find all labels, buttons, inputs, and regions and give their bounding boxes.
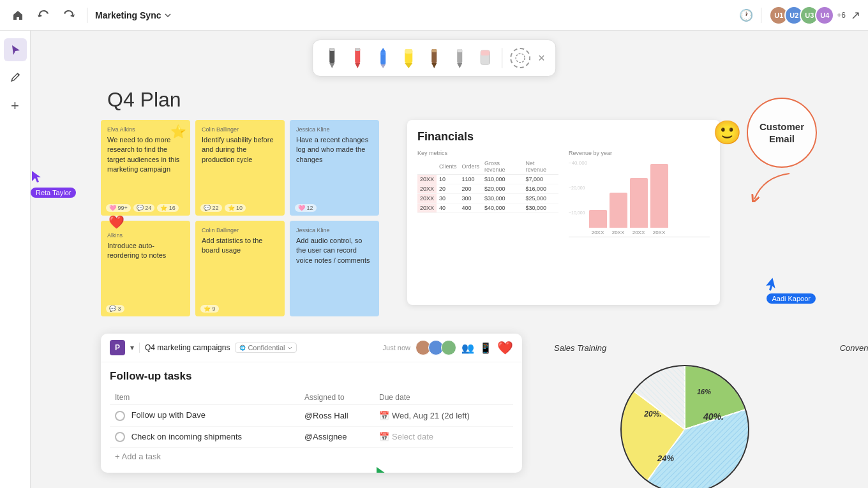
key-metrics-label: Key metrics xyxy=(417,150,558,156)
home-button[interactable] xyxy=(8,5,28,26)
chart-title: Revenue by year xyxy=(569,150,710,156)
svg-rect-21 xyxy=(481,50,490,55)
tasks-mobile-icon[interactable]: 📱 xyxy=(479,342,492,354)
pen-arrow-tool[interactable] xyxy=(374,45,392,71)
pie-label-conventions: Conventions xyxy=(840,343,868,353)
col-orders: Orders xyxy=(460,159,483,175)
svg-point-22 xyxy=(516,54,525,63)
sticky-note-1[interactable]: Elva Alkins We need to do more research … xyxy=(101,120,190,216)
task-checkbox-2[interactable] xyxy=(115,432,125,442)
highlighter-yellow-tool[interactable] xyxy=(400,45,417,71)
emoji-face: 🙂 xyxy=(713,119,742,146)
note-author-6: Jessica Kline xyxy=(296,227,373,233)
sticky-notes-grid: Elva Alkins We need to do more research … xyxy=(101,120,379,316)
pie-pct-sales: 16% xyxy=(697,388,711,396)
svg-rect-19 xyxy=(457,49,462,52)
document-title[interactable]: Q4 Plan Marketing Sync xyxy=(95,10,172,20)
lasso-tool[interactable] xyxy=(510,48,530,68)
marker-gray-tool[interactable] xyxy=(451,45,468,71)
note-author-5: Colin Ballinger xyxy=(202,227,278,233)
financials-chart: Revenue by year ~40,000 ~20,000 ~10,000 … xyxy=(569,150,710,237)
canvas-area[interactable]: Q4 Plan Reta Taylor Elva Alkins We need … xyxy=(31,31,868,488)
pie-pct-conventions: 40%. xyxy=(703,411,724,422)
bar-group-3: 20XX xyxy=(630,178,648,235)
tasks-panel: P ▾ Q4 marketing campaigns 🌐 Confidentia… xyxy=(101,334,522,473)
tasks-body: Follow-up tasks Item Assigned to Due dat… xyxy=(101,362,522,473)
left-sidebar: + xyxy=(0,31,31,488)
add-task-button[interactable]: + Add a task xyxy=(110,448,513,465)
task-checkbox-1[interactable] xyxy=(115,411,125,421)
cursor-aadi-label: Aadi Kapoor xyxy=(767,293,816,304)
history-button[interactable]: 🕐 xyxy=(739,8,753,22)
cursor-aadi-kapoor: Aadi Kapoor xyxy=(767,278,816,304)
task-date-2: 📅 Select date xyxy=(374,426,513,448)
sticky-note-2[interactable]: Colin Ballinger Identify usability befor… xyxy=(195,120,285,216)
task-assignee-1[interactable]: @Ross Hall xyxy=(299,405,374,427)
financials-title: Financials xyxy=(417,130,710,144)
separator2 xyxy=(761,8,761,23)
sticky-note-3[interactable]: Jessica Kline Have a recent changes log … xyxy=(290,120,379,216)
tasks-avatar-3 xyxy=(441,340,456,355)
undo-button[interactable] xyxy=(33,5,54,26)
note-reactions-5: ⭐ 9 xyxy=(200,305,219,313)
top-bar: Q4 Plan Marketing Sync 🕐 U1 U2 U3 U4 +6 … xyxy=(0,0,868,31)
note-reactions-3: 🩷 12 xyxy=(295,204,317,212)
note-author-4: Alkins xyxy=(107,232,184,239)
bar-group-2: 20XX xyxy=(610,193,627,235)
task-assignee-2[interactable]: @Assignee xyxy=(299,426,374,448)
draw-tool[interactable] xyxy=(4,66,27,89)
task-date-1: 📅 Wed, Aug 21 (2d left) xyxy=(374,405,513,427)
tasks-collaborators xyxy=(415,340,456,355)
note-reactions-1: 🩷 99+ 💬 24 ⭐ 16 xyxy=(106,204,179,212)
bar-group-4: 20XX xyxy=(650,164,668,235)
customer-email-annotation: 🙂 CustomerEmail xyxy=(713,98,817,205)
col-assigned-to: Assigned to xyxy=(299,390,374,405)
svg-point-0 xyxy=(17,74,19,76)
share-button[interactable]: ↗ xyxy=(851,8,860,22)
tasks-campaign-name: Q4 marketing campaigns xyxy=(145,343,230,352)
bar-1 xyxy=(589,210,607,228)
note-text-2: Identify usability before and during the… xyxy=(202,135,278,165)
pencil-red-tool[interactable] xyxy=(348,45,366,71)
redo-button[interactable] xyxy=(59,5,79,26)
pie-label-sales-training: Sales Training xyxy=(554,343,606,353)
add-button[interactable]: + xyxy=(4,94,27,117)
col-year xyxy=(417,159,437,175)
select-tool[interactable] xyxy=(4,38,27,61)
sticky-note-5[interactable]: Colin Ballinger Add statistics to the bo… xyxy=(195,221,285,316)
note-author-2: Colin Ballinger xyxy=(202,126,278,133)
cursor-reta-taylor: Reta Taylor xyxy=(31,170,76,198)
tasks-app-dropdown[interactable]: ▾ xyxy=(130,343,134,352)
pie-chart-area: Sales Training Conventions PrintAdvertis… xyxy=(554,343,868,488)
row-year-1: 20XX xyxy=(417,175,437,184)
col-clients: Clients xyxy=(437,159,460,175)
pencil-black-tool[interactable] xyxy=(323,45,341,71)
drawing-toolbar: × xyxy=(312,40,556,77)
financials-content: Key metrics Clients Orders Gross revenue… xyxy=(417,150,710,237)
col-net: Net revenue xyxy=(523,159,558,175)
tasks-app-logo: P xyxy=(110,340,125,355)
eraser-tool[interactable] xyxy=(476,45,494,71)
marker-brown-tool[interactable] xyxy=(425,45,443,71)
note-text-5: Add statistics to the board usage xyxy=(202,236,278,256)
bar-chart: ~20,000 ~10,000 20XX 20XX 20XX xyxy=(569,167,710,237)
task-row-1: Follow up with Dave @Ross Hall 📅 Wed, Au… xyxy=(110,405,513,427)
sticky-note-4[interactable]: ❤️ Alkins Introduce auto-reordering to n… xyxy=(101,221,190,316)
star-icon-1: ⭐ xyxy=(170,124,186,139)
close-toolbar-button[interactable]: × xyxy=(538,52,545,65)
note-text-1: We need to do more research to find the … xyxy=(107,135,184,175)
task-item-2: Check on incoming shipments xyxy=(110,426,299,448)
sticky-note-6[interactable]: Jessica Kline Add audio control, so the … xyxy=(290,221,379,316)
svg-rect-3 xyxy=(329,48,334,51)
task-row-2: Check on incoming shipments @Assignee 📅 … xyxy=(110,426,513,448)
note-text-3: Have a recent changes log and who made t… xyxy=(296,135,373,165)
task-item-1: Follow up with Dave xyxy=(110,405,299,427)
bar-2 xyxy=(610,193,627,228)
tasks-header-separator xyxy=(139,343,140,353)
tasks-people-icon[interactable]: 👥 xyxy=(461,342,474,354)
tasks-like-button[interactable]: ❤️ xyxy=(497,340,513,355)
svg-rect-16 xyxy=(431,49,437,52)
col-due-date: Due date xyxy=(374,390,513,405)
avatar-4: U4 xyxy=(815,6,834,25)
annotation-text: CustomerEmail xyxy=(760,121,804,145)
